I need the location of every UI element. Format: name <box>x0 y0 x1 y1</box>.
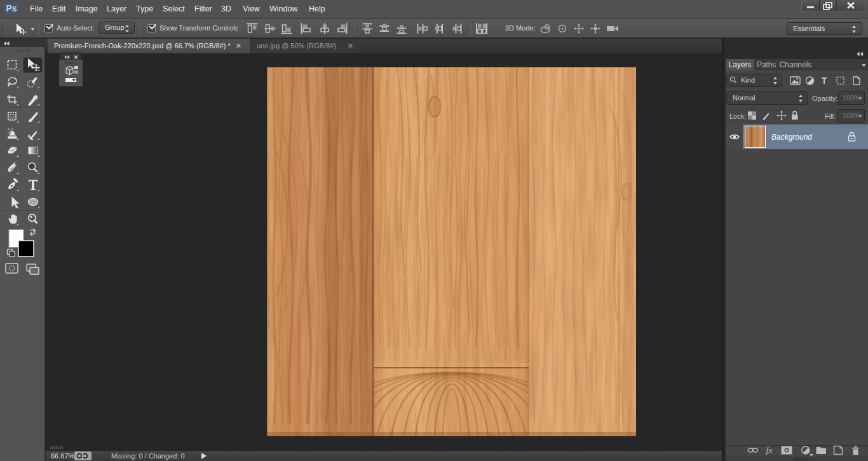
svg-text:T: T <box>822 76 827 86</box>
svg-text:fx: fx <box>766 446 773 455</box>
